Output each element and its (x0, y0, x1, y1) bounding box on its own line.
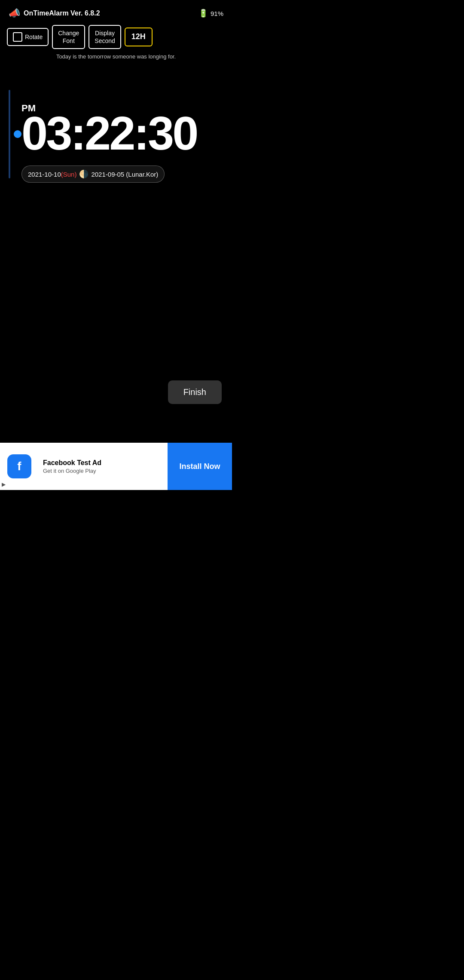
app-title: 📣 OnTimeAlarm Ver. 6.8.2 (9, 8, 100, 19)
display-second-button[interactable]: DisplaySecond (89, 25, 121, 49)
ad-title: Facebook Test Ad (43, 459, 163, 467)
scroll-dot[interactable] (14, 130, 21, 138)
rotate-label: Rotate (25, 33, 43, 41)
twelve-hour-button[interactable]: 12H (125, 28, 153, 46)
date-text: 2021-10-10(Sun) (28, 171, 76, 178)
rotate-square-icon (13, 32, 22, 42)
clock-area: PM 03:22:30 2021-10-10(Sun) 🌗 2021-09-05… (0, 60, 232, 191)
display-second-label: DisplaySecond (95, 30, 115, 44)
facebook-logo: f (7, 454, 31, 478)
date-day: (Sun) (61, 171, 77, 178)
status-bar: 📣 OnTimeAlarm Ver. 6.8.2 🔋 91% (0, 0, 232, 22)
change-font-button[interactable]: ChangeFont (52, 25, 85, 49)
time-display: 03:22:30 (21, 110, 219, 157)
ad-banner: f ▶ Facebook Test Ad Get it on Google Pl… (0, 443, 232, 490)
rotate-button[interactable]: Rotate (7, 28, 49, 46)
finish-button[interactable]: Finish (168, 380, 222, 404)
ad-logo-area: f ▶ (0, 443, 39, 490)
bell-icon: 📣 (9, 8, 20, 19)
toolbar: Rotate ChangeFont DisplaySecond 12H (0, 22, 232, 52)
app-name-text: OnTimeAlarm Ver. 6.8.2 (24, 9, 100, 17)
quote-text: Today is the tomorrow someone was longin… (0, 52, 232, 60)
left-bar (9, 90, 10, 178)
change-font-label: ChangeFont (58, 30, 79, 44)
date-row: 2021-10-10(Sun) 🌗 2021-09-05 (Lunar.Kor) (21, 165, 165, 183)
battery-info: 🔋 91% (198, 9, 223, 18)
ad-text-area: Facebook Test Ad Get it on Google Play (39, 459, 168, 474)
install-now-button[interactable]: Install Now (168, 443, 232, 490)
moon-icon: 🌗 (79, 169, 89, 179)
lunar-date: 2021-09-05 (Lunar.Kor) (91, 171, 158, 178)
ad-play-indicator: ▶ (2, 481, 6, 487)
twelve-hour-label: 12H (131, 32, 146, 41)
battery-percent: 91% (211, 10, 223, 17)
ad-subtitle: Get it on Google Play (43, 468, 163, 474)
battery-icon: 🔋 (198, 9, 208, 18)
